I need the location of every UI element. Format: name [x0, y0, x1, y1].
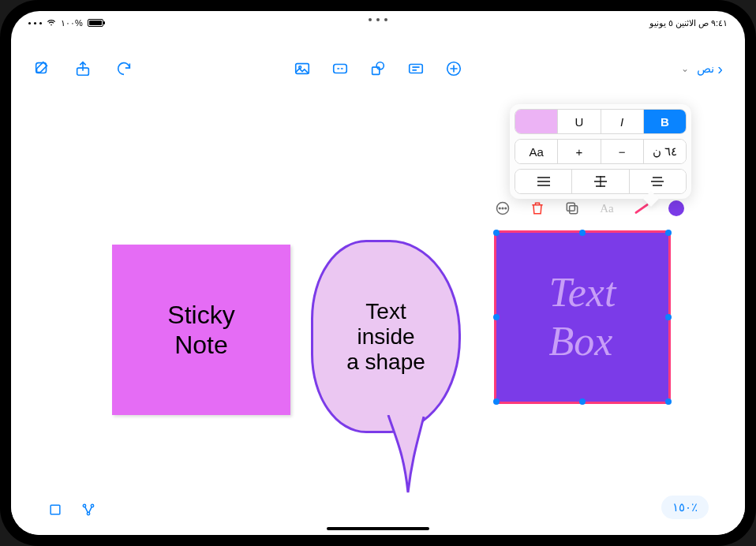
align-center-button[interactable]: [630, 170, 686, 193]
fill-color-button[interactable]: [668, 200, 685, 217]
color-swatch-button[interactable]: [515, 110, 558, 133]
pen-icon[interactable]: [445, 60, 462, 77]
svg-rect-9: [570, 206, 578, 214]
selection-handle[interactable]: [493, 230, 500, 236]
back-label-text: نص: [697, 62, 714, 76]
selection-handle[interactable]: [493, 398, 500, 405]
selection-handle[interactable]: [665, 230, 672, 236]
bottom-left-tools: [47, 502, 96, 518]
text-box-text: Text Box: [549, 268, 616, 367]
italic-button[interactable]: I: [601, 110, 644, 133]
navigator-icon[interactable]: [80, 502, 96, 518]
text-style-segment: U I B: [515, 109, 687, 134]
status-bar: ٩:٤١ ص الاثنين ٥ يونيو ١٠٠%: [28, 17, 728, 28]
svg-rect-4: [334, 65, 347, 73]
more-button[interactable]: [494, 200, 511, 217]
zoom-button[interactable]: ١٥٠٪: [661, 496, 709, 519]
selection-handle[interactable]: [665, 398, 672, 405]
svg-point-17: [91, 504, 93, 507]
svg-point-6: [376, 62, 384, 69]
selection-handle[interactable]: [665, 314, 672, 320]
svg-point-16: [83, 504, 85, 507]
svg-point-18: [87, 512, 89, 514]
align-strike-center-button[interactable]: [572, 170, 629, 193]
bold-button[interactable]: B: [644, 110, 686, 133]
home-indicator[interactable]: [327, 527, 429, 530]
sticky-note-text: Sticky Note: [167, 300, 234, 361]
font-size-label[interactable]: ٦٤ ن: [644, 140, 686, 163]
decrease-size-button[interactable]: −: [601, 140, 644, 163]
sticky-note[interactable]: Sticky Note: [112, 245, 290, 415]
frame-icon[interactable]: [47, 502, 63, 518]
chevron-down-icon[interactable]: ⌄: [681, 63, 689, 74]
svg-point-12: [499, 208, 500, 209]
speech-bubble-shape[interactable]: Text inside a shape: [311, 240, 461, 433]
text-style-button[interactable]: Aa: [598, 200, 616, 217]
align-justify-button[interactable]: [515, 170, 572, 193]
wifi-icon: [47, 19, 56, 27]
shape-text: Text inside a shape: [346, 299, 425, 375]
alignment-segment: [515, 169, 687, 194]
increase-size-button[interactable]: +: [558, 140, 601, 163]
inline-tools-row: Aa: [494, 200, 685, 217]
back-button[interactable]: نص ›: [697, 60, 723, 78]
selection-handle[interactable]: [579, 230, 586, 236]
svg-rect-15: [51, 505, 60, 514]
redo-icon[interactable]: [115, 60, 133, 77]
selection-handle[interactable]: [579, 398, 586, 405]
media-icon[interactable]: [294, 60, 311, 77]
svg-point-14: [505, 208, 507, 209]
speech-bubble-tail: [380, 415, 428, 494]
compose-icon[interactable]: [33, 60, 51, 77]
svg-rect-7: [410, 65, 423, 73]
top-toolbar: ⌄ نص ›: [11, 57, 745, 80]
selection-handle[interactable]: [493, 314, 500, 320]
battery-icon: [88, 19, 103, 27]
device-frame: ٩:٤١ ص الاثنين ٥ يونيو ١٠٠%: [0, 0, 756, 546]
text-box[interactable]: Text Box: [494, 230, 671, 404]
delete-button[interactable]: [529, 200, 546, 217]
shapes-icon[interactable]: [369, 60, 387, 77]
format-popover: U I B Aa + − ٦٤ ن: [510, 104, 691, 199]
status-time: ٩:٤١ ص الاثنين ٥ يونيو: [649, 18, 728, 28]
battery-pct: ١٠٠%: [61, 18, 83, 28]
screen: ٩:٤١ ص الاثنين ٥ يونيو ١٠٠%: [11, 11, 745, 535]
duplicate-button[interactable]: [563, 200, 581, 217]
svg-point-13: [502, 208, 503, 209]
link-icon[interactable]: [331, 60, 349, 77]
more-apps-icon: [28, 22, 42, 24]
font-size-segment: Aa + − ٦٤ ن: [515, 139, 687, 164]
underline-button[interactable]: U: [558, 110, 601, 133]
chevron-right-icon: ›: [717, 60, 723, 78]
svg-rect-10: [567, 203, 574, 211]
font-picker-button[interactable]: Aa: [515, 140, 558, 163]
share-icon[interactable]: [74, 60, 92, 77]
canvas[interactable]: U I B Aa + − ٦٤ ن: [11, 87, 745, 535]
textbox-icon[interactable]: [407, 60, 425, 77]
